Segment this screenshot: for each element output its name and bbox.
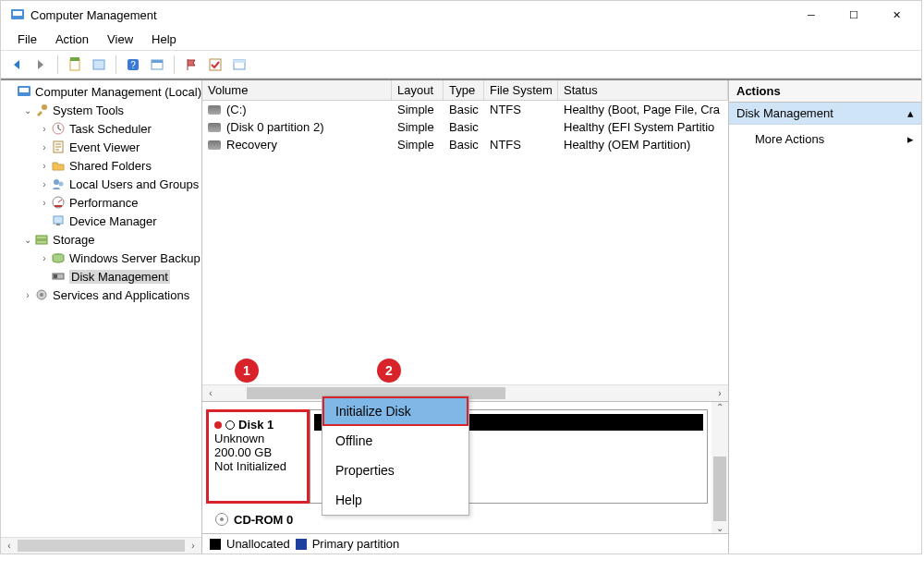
svg-point-17 [59,182,64,187]
toolbar: ? [1,51,921,79]
toolbar-panel-icon[interactable] [89,55,109,75]
devmgr-icon [51,213,66,228]
tree-pane: Computer Management (Local)⌄System Tools… [1,80,202,554]
actions-more[interactable]: More Actions ▸ [729,125,921,150]
help-icon[interactable]: ? [123,55,143,75]
diskmgmt-icon [51,269,66,284]
volume-icon [208,123,221,132]
swatch-primary [296,539,307,550]
volume-list: Volume Layout Type File System Status (C… [202,80,728,153]
col-status[interactable]: Status [558,80,728,100]
minimize-button[interactable]: ─ [790,1,833,29]
menubar: File Action View Help [1,29,921,51]
svg-rect-25 [54,274,57,278]
app-icon [10,7,25,22]
col-layout[interactable]: Layout [392,80,444,100]
toolbar-window-icon[interactable] [229,55,249,75]
tree-expander[interactable]: › [38,253,51,263]
toolbar-flag-icon[interactable] [181,55,201,75]
legend: Unallocated Primary partition [202,533,728,554]
tree-item-task-scheduler[interactable]: ›Task Scheduler [1,119,201,138]
disk-vscrollbar[interactable]: ⌃ ⌄ [711,402,728,533]
mmc-icon [17,84,31,99]
toolbar-check-icon[interactable] [205,55,225,75]
tree-expander[interactable]: › [38,142,51,152]
annotation-1: 1 [235,359,259,383]
svg-rect-10 [234,60,245,63]
chevron-right-icon: ▸ [907,132,914,146]
tree-expander[interactable]: › [38,179,51,189]
volume-header-row: Volume Layout Type File System Status [202,80,728,101]
volume-row[interactable]: (Disk 0 partition 2)SimpleBasicHealthy (… [202,118,728,136]
tree-item-event-viewer[interactable]: ›Event Viewer [1,138,201,156]
sched-icon [51,121,66,136]
volume-row[interactable]: RecoverySimpleBasicNTFSHealthy (OEM Part… [202,136,728,153]
actions-pane: Actions Disk Management ▴ More Actions ▸ [729,80,921,554]
toolbar-doc-icon[interactable] [65,55,85,75]
toolbar-calendar-icon[interactable] [147,55,167,75]
col-volume[interactable]: Volume [202,80,392,100]
tools-icon [34,103,49,117]
tree-item-services-and-applications[interactable]: ›Services and Applications [1,286,201,304]
tree-item-device-manager[interactable]: Device Manager [1,212,201,230]
tree-expander[interactable]: ⌄ [21,235,34,245]
actions-node-diskmgmt[interactable]: Disk Management ▴ [729,103,921,125]
tree-hscrollbar[interactable]: ‹› [1,537,201,554]
maximize-button[interactable]: ☐ [833,1,875,29]
menu-file[interactable]: File [8,30,46,48]
svg-rect-3 [93,60,104,69]
svg-rect-12 [19,88,29,92]
svg-rect-19 [54,216,63,224]
svg-rect-22 [36,240,47,244]
backup-icon [51,250,66,265]
annotation-2: 2 [377,359,401,383]
svg-point-16 [54,179,59,185]
svg-text:?: ? [130,60,136,70]
volume-icon [208,105,221,115]
context-initialize-disk[interactable]: Initialize Disk [322,396,468,426]
tree: Computer Management (Local)⌄System Tools… [1,80,201,537]
svg-rect-1 [13,11,22,16]
tree-item-performance[interactable]: ›Performance [1,193,201,212]
col-filesystem[interactable]: File System [484,80,558,100]
back-button[interactable] [6,55,27,75]
svg-rect-21 [36,236,47,239]
close-button[interactable]: ✕ [875,1,918,29]
perf-icon [51,195,66,210]
alert-icon [214,421,222,429]
window-title: Computer Management [30,8,790,22]
tree-item-system-tools[interactable]: ⌄System Tools [1,101,201,119]
tree-expander[interactable]: ⌄ [21,105,34,116]
cdrom-icon [215,513,228,526]
tree-item-windows-server-backup[interactable]: ›Windows Server Backup [1,249,201,267]
tree-expander[interactable]: › [21,290,34,300]
menu-action[interactable]: Action [46,30,98,48]
svg-rect-7 [152,60,163,63]
disk1-info-box[interactable]: Disk 1 Unknown 200.00 GB Not Initialized [206,409,310,504]
tree-expander[interactable]: › [38,161,51,171]
event-icon [51,140,66,154]
col-type[interactable]: Type [444,80,484,100]
tree-expander[interactable]: › [38,124,51,134]
tree-item-storage[interactable]: ⌄Storage [1,230,201,249]
forward-button[interactable] [30,55,51,75]
svg-point-27 [40,293,43,297]
context-properties[interactable]: Properties [322,456,468,485]
tree-expander[interactable]: › [38,198,51,208]
volume-row[interactable]: (C:)SimpleBasicNTFSHealthy (Boot, Page F… [202,101,728,118]
volume-icon [208,140,221,150]
folder-icon [51,158,66,173]
menu-help[interactable]: Help [142,30,186,48]
swatch-unallocated [210,539,221,550]
services-icon [34,287,49,302]
tree-item-local-users-and-groups[interactable]: ›Local Users and Groups [1,175,201,193]
context-help[interactable]: Help [322,485,468,515]
users-icon [51,176,66,191]
actions-title: Actions [729,80,921,103]
tree-item-computer-management-local-[interactable]: Computer Management (Local) [1,82,201,101]
menu-view[interactable]: View [98,30,142,48]
tree-item-shared-folders[interactable]: ›Shared Folders [1,156,201,175]
tree-item-disk-management[interactable]: Disk Management [1,267,201,286]
titlebar: Computer Management ─ ☐ ✕ [1,1,921,29]
context-offline[interactable]: Offline [322,426,468,456]
